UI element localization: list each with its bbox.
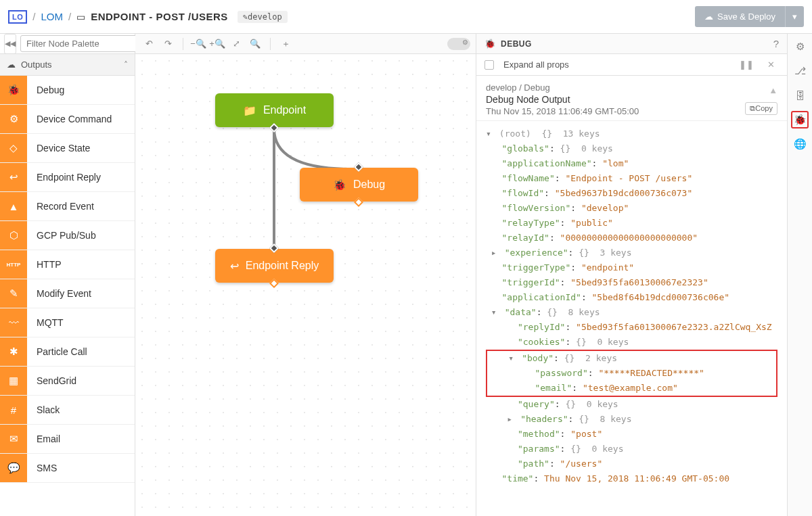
palette-item[interactable]: HTTPHTTP (0, 250, 135, 279)
branch-icon[interactable]: ⎇ (791, 62, 809, 80)
bug-icon: 🐞 (333, 179, 346, 191)
close-debug-button[interactable]: ✕ (763, 60, 779, 70)
palette-item[interactable]: ✎Modify Event (0, 279, 135, 308)
palette-item-label: Modify Event (27, 288, 91, 299)
output-handle[interactable] (354, 197, 363, 207)
node-endpoint-reply[interactable]: ↩ Endpoint Reply (215, 249, 334, 283)
help-button[interactable]: ? (773, 38, 779, 49)
palette-item-icon: 💬 (0, 454, 27, 482)
palette-item-icon: ▦ (0, 367, 27, 395)
palette-item-label: Particle Call (27, 346, 87, 357)
expand-all-checkbox[interactable] (484, 60, 494, 70)
pause-button[interactable]: ❚❚ (735, 60, 758, 70)
palette-item[interactable]: ◇Device State (0, 134, 135, 163)
palette-item[interactable]: ▦SendGrid (0, 367, 135, 396)
canvas-area: ↶ ↷ −🔍 +🔍 ⤢ 🔍 ＋ 📁 Endpoint 🐞 (135, 34, 476, 516)
palette-item-label: Device Command (27, 114, 112, 124)
zoom-in-button[interactable]: +🔍 (209, 37, 225, 51)
palette-item-icon: ▲ (0, 192, 27, 220)
page-title: ENDPOINT - POST /USERS (91, 11, 228, 22)
debug-title: DEBUG (501, 39, 532, 49)
palette-item-label: Slack (27, 404, 60, 415)
palette-item[interactable]: ⬡GCP Pub/Sub (0, 221, 135, 250)
palette-category-label: Outputs (21, 60, 52, 70)
palette-item-icon: HTTP (0, 250, 27, 279)
debug-path: develop / Debug (486, 83, 777, 93)
palette-item-label: Device State (27, 143, 90, 154)
node-endpoint[interactable]: 📁 Endpoint (215, 93, 334, 127)
add-button[interactable]: ＋ (277, 37, 294, 51)
chevron-up-icon: ˄ (124, 60, 128, 70)
palette-item-label: GCP Pub/Sub (27, 230, 96, 241)
node-label: Debug (353, 179, 385, 191)
palette-item-icon: ⚙ (0, 105, 27, 133)
root-meta: (root) {} 13 keys (499, 128, 600, 139)
save-dropdown[interactable]: ▾ (785, 6, 804, 27)
palette-item-icon: ✎ (0, 279, 27, 308)
fit-button[interactable]: ⤢ (228, 37, 244, 51)
palette-filter[interactable] (20, 35, 146, 52)
save-deploy-button[interactable]: ☁ Save & Deploy (695, 6, 785, 27)
palette-item-icon: 〰 (0, 308, 27, 337)
canvas-toolbar: ↶ ↷ −🔍 +🔍 ⤢ 🔍 ＋ (135, 34, 476, 54)
bug-icon: 🐞 (484, 39, 495, 49)
palette-item-icon: ◇ (0, 134, 27, 162)
branch-tag[interactable]: ✎develop (238, 11, 288, 23)
collapse-icon[interactable]: ▲ (769, 85, 777, 95)
palette-item[interactable]: ✱Particle Call (0, 337, 135, 367)
debug-node-title: Debug Node Output (486, 94, 777, 105)
workflow-canvas[interactable]: 📁 Endpoint 🐞 Debug ↩ Endpoint Reply (135, 54, 476, 516)
palette-item[interactable]: 〰MQTT (0, 308, 135, 337)
copy-button[interactable]: ⧉Copy (745, 102, 777, 115)
settings-toggle[interactable] (447, 38, 470, 50)
palette-item[interactable]: 💬SMS (0, 454, 135, 483)
palette-item-label: SMS (27, 463, 57, 473)
debug-panel: 🐞 DEBUG ? Expand all props ❚❚ ✕ develop … (476, 34, 788, 516)
palette-item[interactable]: ✉Email (0, 425, 135, 454)
palette-item-label: MQTT (27, 317, 64, 328)
palette-item-label: SendGrid (27, 375, 76, 386)
redo-button[interactable]: ↷ (160, 37, 176, 51)
window-icon: ▭ (76, 11, 85, 22)
palette-item-icon: ✱ (0, 337, 27, 366)
palette-item[interactable]: ▲Record Event (0, 192, 135, 221)
palette-item-label: HTTP (27, 259, 62, 270)
node-label: Endpoint Reply (246, 260, 319, 272)
output-handle[interactable] (269, 279, 279, 288)
palette-item-label: Endpoint Reply (27, 172, 101, 183)
debug-timestamp: Thu Nov 15, 2018 11:06:49 GMT-05:00 (486, 106, 777, 116)
database-icon[interactable]: 🗄 (791, 87, 809, 104)
header: LO / LOM / ▭ ENDPOINT - POST /USERS ✎dev… (0, 0, 812, 34)
right-rail: ⚙ ⎇ 🗄 🐞 🌐 (788, 34, 812, 516)
zoom-out-button[interactable]: −🔍 (190, 37, 206, 51)
cloud-icon: ☁ (7, 60, 16, 70)
collapse-palette[interactable]: ◀◀ (4, 34, 16, 54)
bc-app[interactable]: LOM (41, 11, 63, 22)
debug-meta: develop / Debug Debug Node Output Thu No… (476, 76, 787, 121)
palette-item-label: Debug (27, 85, 64, 95)
input-handle[interactable] (354, 162, 363, 172)
globe-icon[interactable]: 🌐 (791, 135, 809, 153)
breadcrumb: / LOM / ▭ ENDPOINT - POST /USERS ✎develo… (32, 11, 287, 23)
palette-item-icon: ⬡ (0, 221, 27, 250)
output-handle[interactable] (269, 123, 279, 133)
palette-item[interactable]: ⚙Device Command (0, 105, 135, 134)
undo-button[interactable]: ↶ (141, 37, 157, 51)
input-handle[interactable] (269, 243, 279, 253)
palette-item-label: Record Event (27, 201, 94, 212)
palette-item[interactable]: ↩Endpoint Reply (0, 163, 135, 192)
palette-category-outputs[interactable]: ☁ Outputs ˄ (0, 54, 135, 76)
logo[interactable]: LO (8, 10, 27, 24)
gear-icon[interactable]: ⚙ (791, 38, 809, 55)
palette-item[interactable]: #Slack (0, 396, 135, 425)
palette: ◀◀ ☁ Outputs ˄ 🐞Debug⚙Device Command◇Dev… (0, 34, 135, 516)
palette-item[interactable]: 🐞Debug (0, 76, 135, 105)
palette-item-label: Email (27, 433, 60, 444)
json-viewer[interactable]: ▾ (root) {} 13 keys "globals": {} 0 keys… (476, 121, 787, 516)
body-highlight: ▾ "body": {} 2 keys "password": "*****RE… (486, 350, 777, 397)
palette-item-icon: ↩ (0, 163, 27, 191)
node-debug[interactable]: 🐞 Debug (300, 168, 418, 202)
locate-button[interactable]: 🔍 (247, 37, 263, 51)
node-label: Endpoint (263, 104, 306, 116)
debug-rail-icon[interactable]: 🐞 (791, 111, 809, 128)
